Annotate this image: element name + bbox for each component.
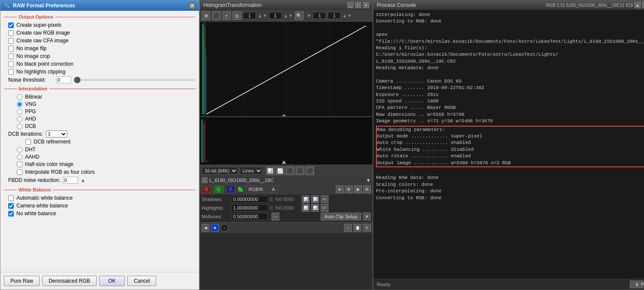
- channel-rgb-button[interactable]: RGB/K: [246, 185, 266, 193]
- histogram-maximize-btn[interactable]: □: [355, 2, 361, 8]
- hist-bit-depth-select[interactable]: 16-bit (64K): [202, 167, 238, 175]
- console-panel: Process Console RGB 1:31 6190_ISO1600_20…: [373, 0, 644, 290]
- aahd-radio[interactable]: [17, 154, 22, 160]
- create-raw-cfa-checkbox[interactable]: [8, 38, 14, 44]
- no-image-flip-checkbox[interactable]: [8, 46, 14, 51]
- hist-view-btn-1[interactable]: 📊: [266, 166, 275, 175]
- fbdd-input[interactable]: [63, 177, 78, 184]
- shadows-chart-btn-1[interactable]: 📊: [302, 195, 309, 203]
- dcb-refinement-checkbox[interactable]: [25, 139, 31, 145]
- noise-threshold-row: Noise threshold:: [4, 76, 196, 83]
- interp-four-checkbox[interactable]: [17, 169, 22, 175]
- no-highlights-checkbox[interactable]: [8, 69, 14, 75]
- ahd-radio[interactable]: [17, 116, 22, 122]
- hist-view-btn-3[interactable]: ⬛: [286, 166, 294, 175]
- hist-num-input-3[interactable]: [313, 12, 326, 19]
- hist-bottom-btn-5[interactable]: 📋: [354, 224, 361, 232]
- svg-rect-18: [204, 121, 205, 163]
- raw-panel-content: Output Options ➜ Create super-pixels Cre…: [0, 11, 199, 272]
- highlights-input[interactable]: [231, 204, 268, 211]
- hist-eye-btn[interactable]: ◉: [354, 185, 362, 193]
- hist-view-btn-4[interactable]: ⬛: [296, 166, 304, 175]
- auto-wb-checkbox[interactable]: [8, 195, 14, 201]
- demosaiced-rgb-button[interactable]: Demosaiced RGB: [42, 276, 97, 286]
- cancel-button[interactable]: Cancel: [127, 276, 156, 286]
- console-status-bar: Ready ⏸ Pause/Abort: [373, 279, 644, 290]
- midtones-icon-btn[interactable]: ↔: [271, 213, 279, 220]
- dht-radio[interactable]: [17, 147, 22, 153]
- highlights-reset-btn[interactable]: ↩: [321, 204, 328, 212]
- histogram-close-btn[interactable]: ✕: [363, 2, 369, 8]
- midtones-row: Midtones: ↔ Auto Clip Setup ▼: [202, 213, 371, 220]
- no-wb-row: No white balance: [4, 210, 196, 217]
- hist-num-input-4[interactable]: [328, 12, 341, 19]
- ok-button[interactable]: OK: [99, 276, 125, 286]
- hist-tool-fit[interactable]: ⬛: [212, 11, 221, 20]
- noise-threshold-slider[interactable]: [74, 79, 196, 81]
- no-wb-checkbox[interactable]: [8, 211, 14, 217]
- shadows-chart-btn-2[interactable]: 📊: [311, 195, 319, 203]
- noise-threshold-input[interactable]: [56, 76, 71, 83]
- auto-clip-button[interactable]: Auto Clip Setup: [321, 213, 361, 220]
- no-highlights-label: No highlights clipping: [16, 69, 65, 75]
- no-image-crop-checkbox[interactable]: [8, 54, 14, 59]
- console-text-after: Reading RAW data: done Scaling colors: d…: [376, 175, 442, 200]
- hist-bottom-btn-6[interactable]: ✕: [363, 224, 371, 232]
- hist-render-mode-select[interactable]: Lines: [240, 167, 262, 175]
- histogram-minimize-btn[interactable]: _: [347, 2, 354, 8]
- svg-rect-8: [204, 26, 205, 114]
- half-size-checkbox[interactable]: [17, 162, 22, 167]
- ppg-radio[interactable]: [17, 109, 22, 115]
- highlights-chart-btn-1[interactable]: 📊: [302, 204, 309, 212]
- create-superpixels-checkbox[interactable]: [8, 22, 14, 28]
- hist-num-input-1[interactable]: [243, 12, 256, 19]
- histogram-svg-bottom: [200, 117, 373, 165]
- hist-bottom-btn-3[interactable]: ○: [221, 224, 228, 232]
- hist-tool-crosshair[interactable]: ⊕: [202, 11, 210, 20]
- dcb-iterations-select[interactable]: 31245: [46, 131, 67, 137]
- dcb-radio[interactable]: [17, 124, 22, 129]
- hist-link-btn[interactable]: ⊕: [336, 185, 344, 193]
- svg-rect-15: [200, 117, 373, 165]
- hist-settings-btn[interactable]: ⚙: [363, 185, 371, 193]
- console-highlighted-block: Raw decoding parameters: Output mode ...…: [376, 126, 644, 167]
- arrow-indicator: ➜: [0, 20, 1, 30]
- hist-bottom-btn-2[interactable]: ■: [211, 224, 219, 232]
- hist-tool-zoom-circle[interactable]: ◎: [233, 11, 241, 20]
- channel-b-button[interactable]: B: [226, 185, 235, 193]
- hist-view-btn-2[interactable]: 📈: [276, 166, 284, 175]
- histogram-svg-top: [200, 22, 373, 116]
- dcb-iterations-label: DCB iterations:: [8, 131, 43, 137]
- hist-bottom-btn-4[interactable]: □: [344, 224, 352, 232]
- hist-arrow-4: ▲▼: [342, 13, 352, 18]
- svg-rect-10: [206, 56, 207, 114]
- channel-g-button[interactable]: G: [214, 185, 224, 193]
- pure-raw-button[interactable]: Pure Raw: [4, 276, 40, 286]
- hist-num-input-2[interactable]: [269, 12, 282, 19]
- hist-tool-zoom-reset[interactable]: 🔍: [295, 11, 303, 20]
- shadows-input[interactable]: [231, 196, 268, 203]
- hist-grid-btn[interactable]: ⊞: [345, 185, 353, 193]
- raw-panel-close[interactable]: ✕: [189, 2, 196, 9]
- camera-wb-checkbox[interactable]: [8, 203, 14, 209]
- pause-label: Pause/Abort: [641, 282, 644, 287]
- shadows-reset-btn[interactable]: ↩: [321, 195, 328, 203]
- vng-radio[interactable]: [17, 102, 22, 107]
- fbdd-arrow-up[interactable]: ▲: [81, 178, 85, 183]
- console-nav-down[interactable]: ▼: [642, 2, 644, 8]
- hist-view-btn-5[interactable]: ⬛: [306, 166, 314, 175]
- bilinear-radio[interactable]: [17, 94, 22, 100]
- highlights-chart-btn-2[interactable]: 📊: [311, 204, 319, 212]
- channel-a-button[interactable]: A: [269, 185, 278, 193]
- hist-tool-zoom-in[interactable]: +: [222, 11, 231, 20]
- midtones-input[interactable]: [231, 213, 268, 220]
- pause-abort-button[interactable]: ⏸ Pause/Abort: [630, 280, 644, 288]
- no-black-point-checkbox[interactable]: [8, 61, 14, 67]
- hist-bottom-btn-1[interactable]: ◀: [202, 224, 209, 232]
- console-nav-up[interactable]: ▲: [635, 2, 641, 8]
- midtones-arrow-btn[interactable]: ▼: [363, 213, 371, 220]
- create-raw-rgb-checkbox[interactable]: [8, 30, 14, 36]
- no-blackpoint-row: No black point correction: [4, 61, 196, 67]
- channel-r-button[interactable]: R: [202, 185, 211, 193]
- histogram-file-arrow[interactable]: ▼: [366, 178, 371, 183]
